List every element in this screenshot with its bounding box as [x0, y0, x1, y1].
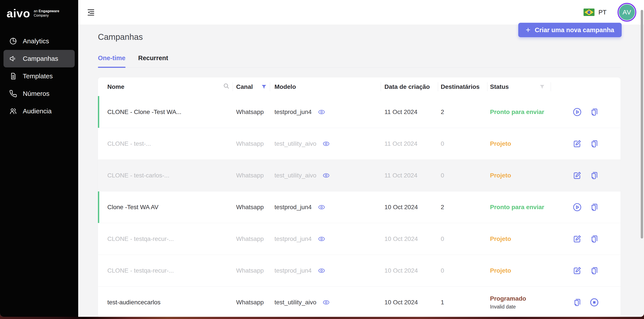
duplicate-campaign-icon[interactable]	[590, 234, 599, 244]
column-header-nome: Nome	[98, 77, 233, 96]
column-header-destinatarios: Destinatários	[438, 77, 487, 96]
preview-template-icon[interactable]	[322, 173, 330, 178]
campaign-name: Clone -Test WA AV	[98, 191, 233, 223]
brand-wordmark: aivo	[6, 8, 30, 19]
preview-template-icon[interactable]	[322, 300, 330, 305]
preview-template-icon[interactable]	[318, 109, 325, 115]
duplicate-campaign-icon[interactable]	[590, 107, 599, 117]
people-icon	[9, 107, 17, 115]
table-row[interactable]: CLONE - test-carlos-... Whatsapp test_ut…	[98, 159, 620, 191]
campaign-date: 11 Oct 2024	[381, 96, 438, 128]
tab-recurrent[interactable]: Recurrent	[138, 54, 168, 67]
preview-template-icon[interactable]	[322, 141, 330, 147]
column-header-modelo: Modelo	[270, 77, 381, 96]
campaign-name: test-audiencecarlos	[98, 287, 233, 317]
duplicate-campaign-icon[interactable]	[590, 171, 599, 180]
status-cell: Programado Invalid date	[487, 287, 551, 317]
status-label: Programado	[490, 295, 526, 302]
duplicate-campaign-icon[interactable]	[572, 298, 582, 307]
column-header-status: Status	[487, 77, 551, 96]
table-row[interactable]: test-audiencecarlos Whatsapp test_utilit…	[98, 286, 620, 317]
sidebar-collapse-icon[interactable]	[86, 8, 95, 17]
edit-campaign-icon[interactable]	[572, 266, 582, 275]
preview-template-icon[interactable]	[318, 204, 325, 210]
main-area: PT AV Campanhas + Criar uma nova campanh…	[78, 0, 644, 317]
table-header: Nome Canal Modelo Data de criação Destin…	[98, 77, 620, 96]
sidebar-item-label: Templates	[23, 72, 53, 80]
filter-icon-status[interactable]	[539, 84, 545, 90]
row-actions	[551, 160, 620, 191]
sidebar: aivo an Engageware Company Analytics Cam…	[0, 0, 78, 317]
campaign-canal: Whatsapp	[233, 128, 270, 159]
desktop: { "colors":{ "accent":"#6b75e8", "status…	[0, 0, 644, 319]
campaign-recipients: 2	[438, 191, 487, 223]
table-row[interactable]: Clone -Test WA AV Whatsapp testprod_jun4…	[98, 191, 620, 223]
campaign-date: 10 Oct 2024	[381, 287, 438, 317]
sidebar-item-numeros[interactable]: Números	[4, 85, 75, 102]
topbar-right: PT AV	[584, 3, 636, 22]
send-campaign-icon[interactable]	[572, 107, 582, 117]
table-row[interactable]: CLONE - testqa-recur-... Whatsapp testpr…	[98, 255, 620, 286]
status-substatus: Invalid date	[490, 304, 526, 310]
campaign-modelo: testprod_jun4	[270, 223, 381, 255]
create-campaign-label: Criar uma nova campanha	[535, 26, 614, 34]
campaign-recipients: 0	[438, 128, 487, 159]
stop-campaign-icon[interactable]	[590, 298, 599, 307]
campaign-canal: Whatsapp	[233, 191, 270, 223]
duplicate-campaign-icon[interactable]	[590, 266, 599, 275]
campaign-recipients: 0	[438, 223, 487, 255]
vertical-scrollbar[interactable]	[641, 10, 643, 239]
campaign-name: CLONE - test-carlos-...	[98, 160, 233, 191]
sidebar-item-campanhas[interactable]: Campanhas	[4, 50, 75, 67]
topbar: PT AV	[78, 0, 644, 24]
edit-campaign-icon[interactable]	[572, 139, 582, 148]
tabs: One-time Recurrent	[98, 54, 620, 68]
plus-icon: +	[526, 26, 530, 34]
campaign-modelo: test_utility_aivo	[270, 287, 381, 317]
campaign-recipients: 0	[438, 255, 487, 286]
language-selector[interactable]: PT	[584, 8, 606, 16]
campaign-name: CLONE - testqa-recur-...	[98, 223, 233, 255]
tab-one-time[interactable]: One-time	[98, 54, 126, 67]
content: Campanhas + Criar uma nova campanha One-…	[78, 24, 644, 317]
row-actions	[551, 128, 620, 159]
row-actions	[551, 223, 620, 255]
language-label: PT	[598, 9, 606, 16]
create-campaign-button[interactable]: + Criar uma nova campanha	[518, 23, 622, 37]
campaign-recipients: 2	[438, 96, 487, 128]
campaign-modelo: testprod_jun4	[270, 191, 381, 223]
sidebar-item-label: Analytics	[23, 37, 49, 45]
campaign-modelo: test_utility_aivo	[270, 128, 381, 159]
table-row[interactable]: CLONE - testqa-recur-... Whatsapp testpr…	[98, 223, 620, 255]
filter-icon-canal[interactable]	[261, 84, 267, 90]
app-window: aivo an Engageware Company Analytics Cam…	[0, 0, 644, 317]
edit-campaign-icon[interactable]	[572, 171, 582, 180]
duplicate-campaign-icon[interactable]	[590, 203, 599, 212]
status-label: Pronto para enviar	[487, 191, 551, 223]
campaign-date: 10 Oct 2024	[381, 223, 438, 255]
send-campaign-icon[interactable]	[572, 203, 582, 212]
sidebar-item-templates[interactable]: Templates	[4, 67, 75, 85]
campaign-name: CLONE - Clone -Test WA...	[98, 96, 233, 128]
column-header-canal: Canal	[233, 77, 270, 96]
sidebar-item-analytics[interactable]: Analytics	[4, 32, 75, 50]
brand-logo: aivo an Engageware Company	[4, 6, 75, 21]
sidebar-nav: Analytics Campanhas Templates Números	[4, 32, 75, 120]
column-header-actions	[551, 77, 620, 96]
edit-campaign-icon[interactable]	[572, 234, 582, 244]
brazil-flag-icon	[584, 8, 594, 16]
preview-template-icon[interactable]	[318, 268, 325, 274]
duplicate-campaign-icon[interactable]	[590, 139, 599, 148]
search-icon[interactable]	[223, 83, 230, 91]
table-row[interactable]: CLONE - test-... Whatsapp test_utility_a…	[98, 128, 620, 159]
status-label: Projeto	[487, 223, 551, 255]
campaign-date: 11 Oct 2024	[381, 128, 438, 159]
row-actions	[551, 255, 620, 286]
campaign-date: 10 Oct 2024	[381, 255, 438, 286]
avatar[interactable]: AV	[618, 3, 636, 22]
sidebar-item-audiencia[interactable]: Audiencia	[4, 102, 75, 120]
table-row[interactable]: CLONE - Clone -Test WA... Whatsapp testp…	[98, 96, 620, 128]
brand-suffix: an Engageware Company	[34, 9, 59, 18]
row-actions	[551, 287, 620, 317]
preview-template-icon[interactable]	[318, 236, 325, 242]
